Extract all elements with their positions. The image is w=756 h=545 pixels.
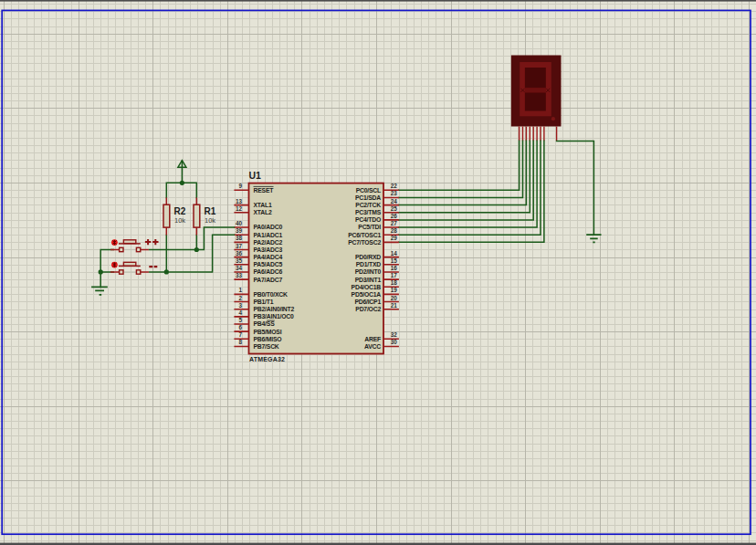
svg-text:18: 18	[391, 279, 398, 286]
svg-text:PD3/INT1: PD3/INT1	[355, 277, 382, 283]
svg-text:PC7/TOSC2: PC7/TOSC2	[348, 239, 381, 246]
svg-text:8: 8	[238, 339, 242, 345]
svg-text:R2: R2	[174, 206, 186, 216]
svg-text:30: 30	[391, 339, 398, 345]
svg-text:R1: R1	[205, 206, 216, 216]
svg-text:PB4/SS: PB4/SS	[254, 320, 276, 327]
svg-text:PA4/ADC4: PA4/ADC4	[254, 254, 283, 260]
svg-text:PC6/TOSC1: PC6/TOSC1	[348, 232, 381, 238]
svg-text:XTAL2: XTAL2	[254, 209, 272, 215]
svg-text:PB2/AIN0/INT2: PB2/AIN0/INT2	[254, 306, 295, 312]
svg-text:1: 1	[238, 287, 242, 293]
svg-text:PA5/ADC5: PA5/ADC5	[254, 261, 283, 267]
svg-text:PD4/OC1B: PD4/OC1B	[352, 284, 382, 290]
svg-text:28: 28	[391, 227, 398, 234]
svg-text:36: 36	[236, 250, 243, 257]
svg-text:PB0/T0/XCK: PB0/T0/XCK	[254, 291, 289, 298]
svg-text:PA6/ADC6: PA6/ADC6	[254, 268, 283, 275]
svg-text:13: 13	[236, 198, 243, 204]
svg-text:21: 21	[391, 302, 398, 309]
svg-text:PC5/TDI: PC5/TDI	[358, 224, 381, 230]
svg-text:PB6/MISO: PB6/MISO	[254, 336, 282, 342]
svg-text:PB7/SCK: PB7/SCK	[254, 343, 279, 350]
svg-text:PA0/ADC0: PA0/ADC0	[254, 224, 283, 230]
svg-text:AVCC: AVCC	[364, 343, 381, 350]
svg-text:PD0/RXD: PD0/RXD	[355, 254, 381, 260]
svg-text:AREF: AREF	[364, 336, 381, 342]
svg-text:PD7/OC2: PD7/OC2	[355, 306, 381, 312]
svg-text:U1: U1	[249, 170, 262, 181]
svg-text:32: 32	[391, 331, 398, 338]
svg-text:PD1/TXD: PD1/TXD	[356, 261, 382, 267]
svg-text:35: 35	[236, 257, 243, 264]
svg-text:20: 20	[391, 295, 398, 301]
svg-text:PA3/ADC3: PA3/ADC3	[254, 246, 283, 253]
svg-text:XTAL1: XTAL1	[254, 202, 272, 208]
svg-text:PA7/ADC7: PA7/ADC7	[254, 277, 283, 283]
svg-text:PC3/TMS: PC3/TMS	[355, 209, 382, 215]
svg-text:PD5/OC1A: PD5/OC1A	[352, 291, 382, 298]
svg-text:22: 22	[391, 183, 398, 189]
svg-text:26: 26	[391, 213, 398, 219]
svg-text:23: 23	[391, 190, 398, 196]
svg-text:12: 12	[236, 205, 243, 212]
svg-text:24: 24	[391, 198, 398, 204]
svg-text:PC0/SCL: PC0/SCL	[356, 187, 381, 194]
svg-text:3: 3	[238, 302, 242, 309]
svg-text:16: 16	[391, 265, 398, 271]
svg-text:15: 15	[391, 257, 398, 264]
svg-text:PB3/AIN1/OC0: PB3/AIN1/OC0	[254, 313, 294, 320]
svg-text:ATMEGA32: ATMEGA32	[249, 356, 285, 362]
svg-text:29: 29	[391, 235, 398, 241]
svg-text:38: 38	[236, 235, 243, 241]
svg-text:10k: 10k	[205, 216, 215, 225]
svg-text:4: 4	[238, 309, 242, 316]
svg-text:25: 25	[391, 205, 398, 212]
svg-text:PC4/TDO: PC4/TDO	[355, 216, 381, 223]
svg-text:PD2/INT0: PD2/INT0	[355, 268, 382, 275]
svg-text:PA2/ADC2: PA2/ADC2	[254, 239, 283, 246]
svg-text:39: 39	[236, 227, 243, 234]
svg-text:34: 34	[236, 265, 243, 271]
svg-text:PB1/T1: PB1/T1	[254, 299, 274, 305]
svg-text:9: 9	[238, 183, 242, 189]
svg-text:14: 14	[391, 250, 398, 257]
svg-text:37: 37	[236, 243, 243, 249]
svg-text:33: 33	[236, 272, 243, 278]
svg-text:19: 19	[391, 287, 398, 293]
svg-text:PC1/SDA: PC1/SDA	[355, 194, 381, 201]
svg-text:7: 7	[238, 331, 242, 338]
svg-text:5: 5	[238, 317, 242, 323]
svg-text:PB5/MOSI: PB5/MOSI	[254, 329, 282, 335]
svg-text:RESET: RESET	[254, 187, 275, 194]
svg-text:PA1/ADC1: PA1/ADC1	[254, 232, 283, 238]
svg-text:PD6/ICP1: PD6/ICP1	[354, 299, 381, 305]
svg-text:27: 27	[391, 220, 398, 226]
svg-text:2: 2	[238, 295, 242, 301]
svg-text:6: 6	[238, 324, 242, 330]
svg-text:10k: 10k	[174, 216, 185, 225]
svg-text:17: 17	[391, 272, 398, 278]
svg-text:PC2/TCK: PC2/TCK	[355, 202, 381, 208]
svg-text:40: 40	[236, 220, 243, 226]
